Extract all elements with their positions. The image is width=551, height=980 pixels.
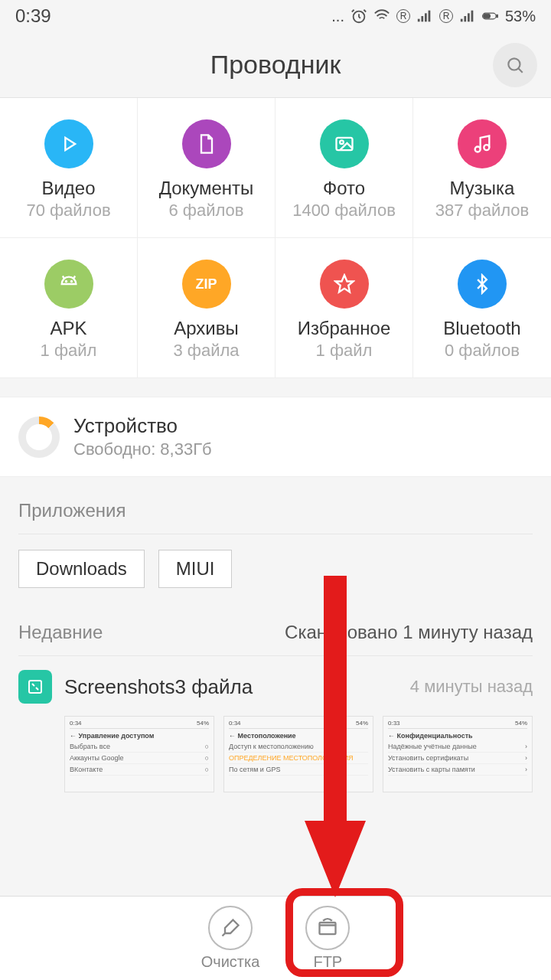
brush-icon xyxy=(220,917,241,939)
category-label: Избранное xyxy=(298,318,391,339)
svg-rect-8 xyxy=(471,11,474,22)
registered-icon: R xyxy=(396,9,410,23)
status-bar: 0:39 ... R R 53% xyxy=(0,0,551,32)
ftp-label: FTP xyxy=(313,953,342,971)
ftp-button[interactable]: FTP xyxy=(305,906,350,971)
registered-icon-2: R xyxy=(439,9,453,23)
recent-scan-time: Сканировано 1 минуту назад xyxy=(285,622,533,643)
search-button[interactable] xyxy=(493,43,537,87)
thumbnail[interactable]: 0:3454% ← Местоположение Доступ к местоп… xyxy=(223,716,373,792)
svg-rect-2 xyxy=(421,16,423,21)
bottom-toolbar: Очистка FTP xyxy=(0,896,551,980)
apps-section: Приложения Downloads MIUI xyxy=(0,477,551,603)
svg-rect-1 xyxy=(418,19,420,22)
screenshots-folder-icon xyxy=(18,670,52,704)
signal-icon xyxy=(416,8,433,24)
music-icon xyxy=(471,133,493,155)
search-icon xyxy=(505,55,525,75)
status-time: 0:39 xyxy=(15,5,51,27)
storage-title: Устройство xyxy=(73,414,212,438)
ftp-icon xyxy=(317,917,338,939)
apps-chips: Downloads MIUI xyxy=(18,534,533,603)
status-icons: ... R R 53% xyxy=(331,8,536,25)
svg-rect-7 xyxy=(468,13,470,21)
recent-folder-time: 4 минуты назад xyxy=(410,677,533,697)
category-music[interactable]: Музыка 387 файлов xyxy=(413,98,551,238)
category-label: Музыка xyxy=(450,178,515,199)
svg-rect-11 xyxy=(484,14,491,18)
thumbnail[interactable]: 0:3454% ← Управление доступом Выбрать вс… xyxy=(64,716,214,792)
play-icon xyxy=(58,133,80,155)
battery-percent: 53% xyxy=(505,8,536,25)
android-icon xyxy=(58,273,80,295)
category-grid: Видео 70 файлов Документы 6 файлов Фото … xyxy=(0,98,551,378)
svg-rect-5 xyxy=(461,19,463,22)
category-label: Архивы xyxy=(174,318,239,339)
svg-point-18 xyxy=(70,281,71,282)
recent-folder-name: Screenshots3 файла xyxy=(64,675,398,699)
document-icon xyxy=(196,133,217,155)
category-label: Документы xyxy=(159,178,254,199)
svg-marker-22 xyxy=(305,821,366,897)
recent-section: Недавние Сканировано 1 минуту назад Scre… xyxy=(0,603,551,792)
storage-free: Свободно: 8,33Гб xyxy=(73,439,212,459)
apps-heading: Приложения xyxy=(18,477,533,534)
svg-point-14 xyxy=(340,140,344,144)
category-archive[interactable]: ZIP Архивы 3 файла xyxy=(138,238,276,377)
alarm-icon xyxy=(350,8,367,24)
category-count: 1 файл xyxy=(316,341,373,361)
bluetooth-icon xyxy=(471,273,493,295)
recent-folder-row[interactable]: Screenshots3 файла 4 минуты назад xyxy=(18,656,533,711)
category-video[interactable]: Видео 70 файлов xyxy=(0,98,138,238)
category-label: Видео xyxy=(41,178,95,199)
category-count: 387 файлов xyxy=(435,201,529,220)
chip-downloads[interactable]: Downloads xyxy=(18,550,145,588)
recent-thumbnails: 0:3454% ← Управление доступом Выбрать вс… xyxy=(18,711,533,792)
category-label: Bluetooth xyxy=(443,318,520,339)
category-apk[interactable]: APK 1 файл xyxy=(0,238,138,377)
category-photo[interactable]: Фото 1400 файлов xyxy=(276,98,413,238)
category-label: APK xyxy=(50,318,86,339)
category-count: 1400 файлов xyxy=(292,201,396,220)
category-favorites[interactable]: Избранное 1 файл xyxy=(276,238,413,377)
image-icon xyxy=(334,133,355,155)
thumbnail[interactable]: 0:3354% ← Конфиденциальность Надёжные уч… xyxy=(383,716,533,792)
page-title: Проводник xyxy=(210,50,341,80)
storage-pie-icon xyxy=(18,416,60,458)
more-icon: ... xyxy=(331,8,344,25)
cleanup-button[interactable]: Очистка xyxy=(201,906,260,971)
category-count: 1 файл xyxy=(41,341,97,361)
svg-rect-13 xyxy=(336,138,352,150)
battery-icon xyxy=(482,8,499,24)
svg-rect-19 xyxy=(29,681,41,693)
svg-rect-6 xyxy=(464,16,466,21)
svg-rect-10 xyxy=(497,15,498,17)
recent-heading: Недавние xyxy=(18,622,103,643)
category-label: Фото xyxy=(323,178,365,199)
category-docs[interactable]: Документы 6 файлов xyxy=(138,98,276,238)
app-header: Проводник xyxy=(0,32,551,98)
category-count: 6 файлов xyxy=(169,201,244,220)
svg-rect-4 xyxy=(429,11,431,22)
svg-rect-20 xyxy=(320,923,336,934)
cleanup-label: Очистка xyxy=(201,953,260,971)
star-icon xyxy=(334,273,355,295)
category-count: 70 файлов xyxy=(26,201,110,220)
category-bluetooth[interactable]: Bluetooth 0 файлов xyxy=(413,238,551,377)
wifi-icon xyxy=(373,8,390,24)
storage-row[interactable]: Устройство Свободно: 8,33Гб xyxy=(0,397,551,477)
svg-rect-3 xyxy=(425,13,427,21)
chip-miui[interactable]: MIUI xyxy=(158,550,233,588)
category-count: 0 файлов xyxy=(445,341,520,361)
signal-icon-2 xyxy=(459,8,476,24)
svg-point-12 xyxy=(508,58,520,70)
category-count: 3 файла xyxy=(173,341,239,361)
svg-point-17 xyxy=(65,281,66,282)
